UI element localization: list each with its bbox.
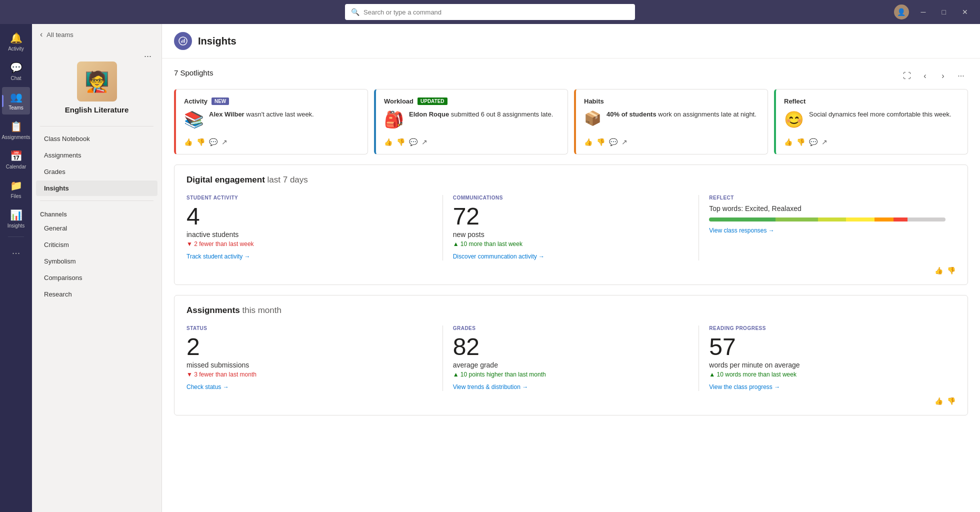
student-activity-trend: ▼ 2 fewer than last week: [186, 240, 432, 248]
search-bar[interactable]: 🔍: [345, 4, 635, 20]
bar-seg-6: [894, 218, 908, 222]
metric-grades: GRADES 82 average grade ▲ 10 points high…: [443, 326, 700, 391]
track-student-activity-link[interactable]: Track student activity →: [186, 253, 250, 260]
team-menu-button[interactable]: ···: [144, 51, 152, 62]
card-actions-habits: 👍 👎 💬 ↗: [584, 134, 760, 146]
reflect-words: Top words: Excited, Realaxed: [709, 204, 946, 212]
metric-student-activity: STUDENT ACTIVITY 4 inactive students ▼ 2…: [186, 195, 443, 260]
trend-down-icon-2: ▼ 3 fewer than last month: [186, 371, 256, 378]
nav-item-teams[interactable]: 👥 Teams: [2, 87, 30, 114]
sidebar-channel-symbolism[interactable]: Symbolism: [36, 254, 158, 269]
card-text-habits: 40% of students work on assignments late…: [606, 110, 756, 119]
spotlight-prev-button[interactable]: ‹: [918, 69, 932, 83]
comment-icon-2[interactable]: 💬: [409, 138, 418, 146]
bar-seg-2: [776, 218, 818, 222]
spotlight-expand-button[interactable]: ⛶: [900, 69, 914, 83]
student-activity-label: STUDENT ACTIVITY: [186, 195, 432, 200]
nav-item-activity[interactable]: 🔔 Activity: [2, 28, 30, 56]
back-to-all-teams[interactable]: ‹ All teams: [32, 24, 162, 45]
nav-item-files[interactable]: 📁 Files: [2, 176, 30, 203]
status-desc: missed submissions: [186, 361, 432, 369]
nav-label-activity: Activity: [8, 46, 24, 52]
sidebar-channel-comparisons[interactable]: Comparisons: [36, 270, 158, 286]
card-text-activity: Alex Wilber wasn't active last week.: [209, 110, 314, 119]
spotlights-grid: Activity NEW 📚 Alex Wilber wasn't active…: [174, 89, 968, 154]
nav-item-insights[interactable]: 📊 Insights: [2, 205, 30, 232]
content-area: 7 Spotlights ⛶ ‹ › ··· Activity NEW: [162, 58, 980, 426]
reading-progress-desc: words per minute on average: [709, 361, 946, 369]
thumbs-down-icon-3[interactable]: 👎: [596, 138, 605, 146]
page-header: Insights: [162, 24, 980, 58]
check-status-link[interactable]: Check status →: [186, 384, 229, 390]
spotlight-next-button[interactable]: ›: [936, 69, 950, 83]
nav-label-calendar: Calendar: [6, 164, 26, 170]
back-label: All teams: [46, 31, 73, 38]
page-title: Insights: [198, 36, 236, 47]
reading-progress-label: READING PROGRESS: [709, 326, 946, 331]
avatar[interactable]: 👤: [894, 4, 909, 20]
restore-button[interactable]: □: [938, 6, 950, 18]
card-text-reflect: Social dynamics feel more comfortable th…: [809, 110, 952, 119]
assignments-title: Assignments this month: [186, 306, 956, 316]
share-icon-2[interactable]: ↗: [422, 138, 428, 146]
calendar-icon: 📅: [10, 150, 22, 162]
spotlights-header: 7 Spotlights ⛶ ‹ › ···: [174, 68, 968, 83]
card-text-workload: Eldon Roque submitted 6 out 8 assignment…: [409, 110, 553, 119]
insights-page-icon: [178, 36, 188, 46]
nav-item-assignments[interactable]: 📋 Assignments: [2, 116, 30, 144]
spotlight-more-button[interactable]: ···: [954, 69, 968, 83]
sidebar-channel-criticism[interactable]: Criticism: [36, 237, 158, 252]
card-icon-habits: 📦: [584, 110, 602, 126]
view-trends-link[interactable]: View trends & distribution →: [453, 384, 528, 390]
thumbs-up-icon-2[interactable]: 👍: [384, 138, 392, 146]
thumbs-up-icon-4[interactable]: 👍: [784, 138, 792, 146]
engagement-thumbs-down-icon[interactable]: 👎: [947, 266, 956, 274]
thumbs-up-icon-3[interactable]: 👍: [584, 138, 592, 146]
share-icon-1[interactable]: ↗: [222, 138, 228, 146]
thumbs-down-icon-2[interactable]: 👎: [396, 138, 405, 146]
sidebar-channel-general[interactable]: General: [36, 220, 158, 236]
nav-label-assignments: Assignments: [2, 134, 30, 140]
comment-icon-1[interactable]: 💬: [209, 138, 218, 146]
card-actions-reflect: 👍 👎 💬 ↗: [784, 134, 960, 146]
page-icon: [174, 32, 192, 50]
comment-icon-3[interactable]: 💬: [609, 138, 618, 146]
thumbs-down-icon-4[interactable]: 👎: [796, 138, 805, 146]
sidebar-item-class-notebook[interactable]: Class Notebook: [36, 131, 158, 146]
card-actions-activity: 👍 👎 💬 ↗: [184, 134, 360, 146]
share-icon-3[interactable]: ↗: [622, 138, 628, 146]
grades-number: 82: [453, 335, 689, 359]
files-icon: 📁: [10, 180, 22, 192]
minimize-button[interactable]: ─: [917, 6, 930, 18]
card-actions-workload: 👍 👎 💬 ↗: [384, 134, 560, 146]
view-class-progress-link[interactable]: View the class progress →: [709, 384, 780, 390]
comment-icon-4[interactable]: 💬: [809, 138, 818, 146]
student-activity-desc: inactive students: [186, 230, 432, 238]
status-trend: ▼ 3 fewer than last month: [186, 371, 432, 378]
window-controls: 👤 ─ □ ✕: [894, 0, 972, 24]
close-button[interactable]: ✕: [958, 6, 972, 18]
sidebar-item-insights[interactable]: Insights: [36, 180, 158, 196]
thumbs-up-icon-1[interactable]: 👍: [184, 138, 192, 146]
nav-item-calendar[interactable]: 📅 Calendar: [2, 146, 30, 174]
assignments-thumbs-up-icon[interactable]: 👍: [934, 397, 943, 405]
nav-more-button[interactable]: ...: [8, 241, 24, 260]
sidebar-item-grades[interactable]: Grades: [36, 164, 158, 180]
reflect-bar: [709, 218, 946, 222]
card-header-activity: Activity NEW: [184, 98, 360, 105]
view-class-responses-link[interactable]: View class responses →: [709, 227, 774, 234]
sidebar-item-assignments[interactable]: Assignments: [36, 148, 158, 163]
activity-icon: 🔔: [10, 32, 22, 44]
share-icon-4[interactable]: ↗: [822, 138, 828, 146]
teams-icon: 👥: [10, 91, 22, 103]
spotlight-card-activity: Activity NEW 📚 Alex Wilber wasn't active…: [174, 89, 368, 154]
thumbs-down-icon-1[interactable]: 👎: [196, 138, 205, 146]
assignments-thumbs-down-icon[interactable]: 👎: [947, 397, 956, 405]
discover-communication-link[interactable]: Discover communcation activity →: [453, 253, 544, 260]
sidebar-channel-research[interactable]: Research: [36, 286, 158, 302]
engagement-thumbs-up-icon[interactable]: 👍: [934, 266, 943, 274]
badge-updated: UPDATED: [418, 98, 448, 105]
search-input[interactable]: [364, 8, 629, 16]
nav-rail: 🔔 Activity 💬 Chat 👥 Teams 📋 Assignments …: [0, 24, 32, 512]
nav-item-chat[interactable]: 💬 Chat: [2, 58, 30, 85]
